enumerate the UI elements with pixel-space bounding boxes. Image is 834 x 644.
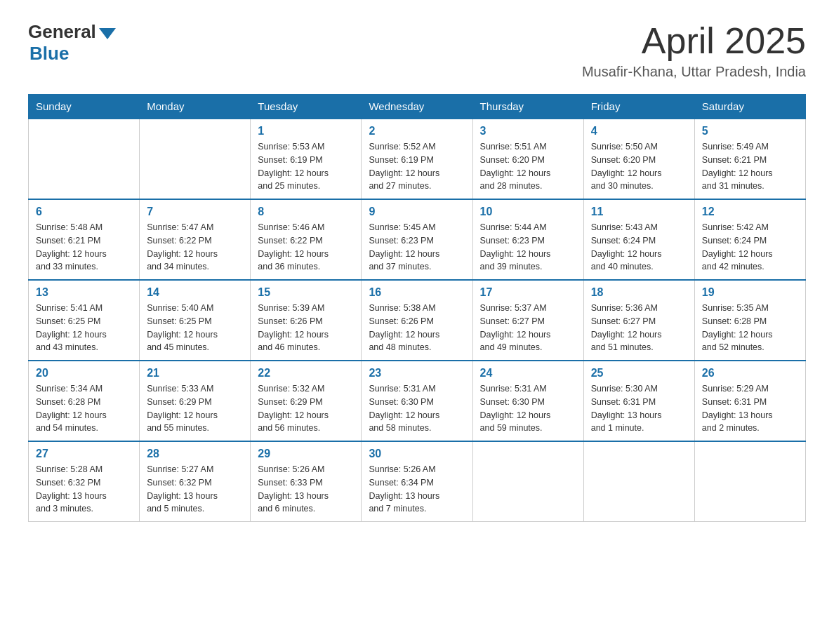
day-info: Sunrise: 5:42 AM Sunset: 6:24 PM Dayligh…	[702, 221, 798, 274]
day-number: 20	[36, 367, 132, 380]
calendar-cell	[472, 441, 583, 522]
calendar-cell: 17Sunrise: 5:37 AM Sunset: 6:27 PM Dayli…	[472, 280, 583, 361]
calendar-cell: 2Sunrise: 5:52 AM Sunset: 6:19 PM Daylig…	[362, 119, 472, 199]
calendar-cell: 21Sunrise: 5:33 AM Sunset: 6:29 PM Dayli…	[140, 361, 251, 441]
day-info: Sunrise: 5:26 AM Sunset: 6:34 PM Dayligh…	[369, 463, 465, 516]
day-info: Sunrise: 5:31 AM Sunset: 6:30 PM Dayligh…	[480, 382, 576, 435]
day-info: Sunrise: 5:28 AM Sunset: 6:32 PM Dayligh…	[36, 463, 132, 516]
day-info: Sunrise: 5:50 AM Sunset: 6:20 PM Dayligh…	[591, 140, 687, 193]
calendar-table: SundayMondayTuesdayWednesdayThursdayFrid…	[28, 94, 806, 522]
day-info: Sunrise: 5:46 AM Sunset: 6:22 PM Dayligh…	[258, 221, 354, 274]
day-info: Sunrise: 5:38 AM Sunset: 6:26 PM Dayligh…	[369, 302, 465, 354]
day-info: Sunrise: 5:41 AM Sunset: 6:25 PM Dayligh…	[36, 302, 132, 354]
day-info: Sunrise: 5:39 AM Sunset: 6:26 PM Dayligh…	[258, 302, 354, 354]
day-info: Sunrise: 5:36 AM Sunset: 6:27 PM Dayligh…	[591, 302, 687, 354]
day-number: 23	[369, 367, 465, 380]
calendar-cell: 3Sunrise: 5:51 AM Sunset: 6:20 PM Daylig…	[472, 119, 583, 199]
day-number: 1	[258, 125, 354, 137]
calendar-cell	[694, 441, 805, 522]
weekday-header-wednesday: Wednesday	[362, 95, 472, 119]
calendar-cell: 27Sunrise: 5:28 AM Sunset: 6:32 PM Dayli…	[29, 441, 140, 522]
day-number: 10	[480, 206, 576, 218]
calendar-cell: 16Sunrise: 5:38 AM Sunset: 6:26 PM Dayli…	[362, 280, 472, 361]
calendar-cell: 13Sunrise: 5:41 AM Sunset: 6:25 PM Dayli…	[29, 280, 140, 361]
calendar-cell: 18Sunrise: 5:36 AM Sunset: 6:27 PM Dayli…	[583, 280, 694, 361]
day-info: Sunrise: 5:32 AM Sunset: 6:29 PM Dayligh…	[258, 382, 354, 435]
weekday-header-row: SundayMondayTuesdayWednesdayThursdayFrid…	[29, 95, 806, 119]
day-number: 21	[147, 367, 243, 380]
day-number: 13	[36, 286, 132, 299]
calendar-cell	[140, 119, 251, 199]
calendar-cell: 1Sunrise: 5:53 AM Sunset: 6:19 PM Daylig…	[251, 119, 362, 199]
title-block: April 2025 Musafir-Khana, Uttar Pradesh,…	[582, 21, 806, 80]
calendar-cell: 10Sunrise: 5:44 AM Sunset: 6:23 PM Dayli…	[472, 199, 583, 280]
day-info: Sunrise: 5:26 AM Sunset: 6:33 PM Dayligh…	[258, 463, 354, 516]
calendar-cell: 26Sunrise: 5:29 AM Sunset: 6:31 PM Dayli…	[694, 361, 805, 441]
calendar-cell: 30Sunrise: 5:26 AM Sunset: 6:34 PM Dayli…	[362, 441, 472, 522]
day-info: Sunrise: 5:30 AM Sunset: 6:31 PM Dayligh…	[591, 382, 687, 435]
calendar-cell: 22Sunrise: 5:32 AM Sunset: 6:29 PM Dayli…	[251, 361, 362, 441]
day-info: Sunrise: 5:52 AM Sunset: 6:19 PM Dayligh…	[369, 140, 465, 193]
calendar-cell: 23Sunrise: 5:31 AM Sunset: 6:30 PM Dayli…	[362, 361, 472, 441]
day-number: 15	[258, 286, 354, 299]
week-row-2: 6Sunrise: 5:48 AM Sunset: 6:21 PM Daylig…	[29, 199, 806, 280]
calendar-cell: 20Sunrise: 5:34 AM Sunset: 6:28 PM Dayli…	[29, 361, 140, 441]
weekday-header-saturday: Saturday	[694, 95, 805, 119]
weekday-header-friday: Friday	[583, 95, 694, 119]
day-number: 9	[369, 206, 465, 218]
day-number: 5	[702, 125, 798, 137]
day-info: Sunrise: 5:44 AM Sunset: 6:23 PM Dayligh…	[480, 221, 576, 274]
week-row-4: 20Sunrise: 5:34 AM Sunset: 6:28 PM Dayli…	[29, 361, 806, 441]
day-info: Sunrise: 5:35 AM Sunset: 6:28 PM Dayligh…	[702, 302, 798, 354]
calendar-cell: 6Sunrise: 5:48 AM Sunset: 6:21 PM Daylig…	[29, 199, 140, 280]
day-info: Sunrise: 5:48 AM Sunset: 6:21 PM Dayligh…	[36, 221, 132, 274]
day-info: Sunrise: 5:34 AM Sunset: 6:28 PM Dayligh…	[36, 382, 132, 435]
day-number: 3	[480, 125, 576, 137]
calendar-cell: 28Sunrise: 5:27 AM Sunset: 6:32 PM Dayli…	[140, 441, 251, 522]
day-number: 4	[591, 125, 687, 137]
day-number: 6	[36, 206, 132, 218]
location-subtitle: Musafir-Khana, Uttar Pradesh, India	[582, 64, 806, 80]
day-info: Sunrise: 5:49 AM Sunset: 6:21 PM Dayligh…	[702, 140, 798, 193]
week-row-1: 1Sunrise: 5:53 AM Sunset: 6:19 PM Daylig…	[29, 119, 806, 199]
day-info: Sunrise: 5:40 AM Sunset: 6:25 PM Dayligh…	[147, 302, 243, 354]
day-info: Sunrise: 5:47 AM Sunset: 6:22 PM Dayligh…	[147, 221, 243, 274]
day-info: Sunrise: 5:31 AM Sunset: 6:30 PM Dayligh…	[369, 382, 465, 435]
logo-triangle-icon	[99, 28, 116, 39]
day-number: 18	[591, 286, 687, 299]
day-number: 16	[369, 286, 465, 299]
day-number: 29	[258, 448, 354, 460]
calendar-cell: 25Sunrise: 5:30 AM Sunset: 6:31 PM Dayli…	[583, 361, 694, 441]
calendar-cell: 19Sunrise: 5:35 AM Sunset: 6:28 PM Dayli…	[694, 280, 805, 361]
day-number: 12	[702, 206, 798, 218]
day-info: Sunrise: 5:51 AM Sunset: 6:20 PM Dayligh…	[480, 140, 576, 193]
day-number: 26	[702, 367, 798, 380]
day-number: 14	[147, 286, 243, 299]
calendar-cell: 5Sunrise: 5:49 AM Sunset: 6:21 PM Daylig…	[694, 119, 805, 199]
page-header: General Blue April 2025 Musafir-Khana, U…	[28, 21, 806, 80]
weekday-header-tuesday: Tuesday	[251, 95, 362, 119]
day-number: 2	[369, 125, 465, 137]
day-info: Sunrise: 5:43 AM Sunset: 6:24 PM Dayligh…	[591, 221, 687, 274]
calendar-cell: 29Sunrise: 5:26 AM Sunset: 6:33 PM Dayli…	[251, 441, 362, 522]
day-number: 30	[369, 448, 465, 460]
weekday-header-sunday: Sunday	[29, 95, 140, 119]
logo-blue-text: Blue	[29, 43, 69, 65]
logo-general-text: General	[28, 21, 96, 43]
day-info: Sunrise: 5:53 AM Sunset: 6:19 PM Dayligh…	[258, 140, 354, 193]
day-info: Sunrise: 5:45 AM Sunset: 6:23 PM Dayligh…	[369, 221, 465, 274]
day-number: 22	[258, 367, 354, 380]
day-number: 19	[702, 286, 798, 299]
calendar-cell: 14Sunrise: 5:40 AM Sunset: 6:25 PM Dayli…	[140, 280, 251, 361]
day-info: Sunrise: 5:33 AM Sunset: 6:29 PM Dayligh…	[147, 382, 243, 435]
logo: General Blue	[28, 21, 116, 65]
calendar-cell: 4Sunrise: 5:50 AM Sunset: 6:20 PM Daylig…	[583, 119, 694, 199]
day-info: Sunrise: 5:37 AM Sunset: 6:27 PM Dayligh…	[480, 302, 576, 354]
calendar-cell: 12Sunrise: 5:42 AM Sunset: 6:24 PM Dayli…	[694, 199, 805, 280]
calendar-cell	[29, 119, 140, 199]
weekday-header-thursday: Thursday	[472, 95, 583, 119]
day-number: 25	[591, 367, 687, 380]
day-number: 8	[258, 206, 354, 218]
weekday-header-monday: Monday	[140, 95, 251, 119]
calendar-cell: 9Sunrise: 5:45 AM Sunset: 6:23 PM Daylig…	[362, 199, 472, 280]
